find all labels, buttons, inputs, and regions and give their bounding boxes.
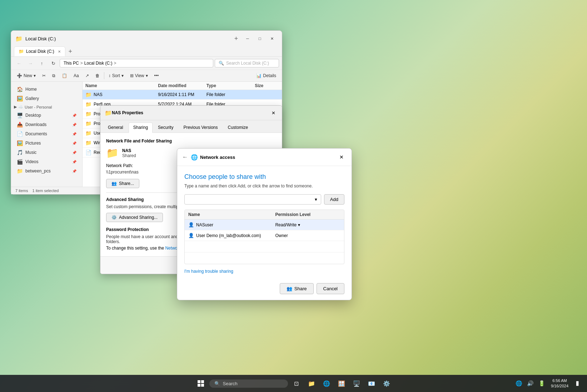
na-add-button[interactable]: Add: [324, 194, 344, 205]
settings-taskbar-icon[interactable]: ⚙️: [380, 377, 393, 390]
chevron-icon: ▶: [14, 105, 17, 109]
address-local-disk[interactable]: Local Disk (C:): [84, 61, 113, 66]
tab-close-icon[interactable]: ✕: [58, 50, 61, 54]
details-button[interactable]: 📊 Details: [253, 71, 279, 80]
na-perm-nasuser: Read/Write ▾: [275, 222, 340, 227]
tab-general[interactable]: General: [103, 122, 128, 132]
nas-props-titlebar: 📁 NAS Properties ✕: [100, 106, 282, 120]
pin-icon-vid: 📌: [72, 160, 76, 164]
address-bar[interactable]: This PC > Local Disk (C:) >: [60, 59, 213, 67]
filemanager-taskbar-icon[interactable]: 📁: [305, 377, 318, 390]
nas-folder-name: NAS: [122, 148, 136, 153]
col-header-type: Type: [207, 83, 255, 88]
tab-bar: 📁 Local Disk (C:) ✕ +: [11, 46, 282, 57]
sidebar-item-music[interactable]: 🎵 Music 📌: [13, 148, 81, 157]
sidebar-item-videos[interactable]: 🎬 Videos 📌: [13, 157, 81, 166]
tab-sharing[interactable]: Sharing: [129, 122, 153, 133]
share-button[interactable]: ↗: [83, 71, 92, 80]
start-button[interactable]: [194, 377, 207, 390]
folder-icon-perflogs: 📁: [85, 101, 91, 107]
browser-taskbar-icon[interactable]: 🌐: [320, 377, 333, 390]
back-button[interactable]: ←: [14, 58, 24, 68]
sidebar-group-personal[interactable]: ▶ ☁️ User - Personal: [11, 103, 82, 111]
add-tab-button[interactable]: +: [65, 46, 75, 56]
folder-icon-windows: 📁: [85, 140, 91, 146]
battery-icon[interactable]: 🔋: [537, 378, 547, 388]
paste-button[interactable]: 📋: [59, 71, 70, 80]
na-close-button[interactable]: ✕: [337, 152, 347, 162]
videos-icon: 🎬: [17, 159, 23, 165]
sidebar-item-gallery[interactable]: 🖼️ Gallery: [13, 94, 81, 103]
sidebar-item-documents[interactable]: 📄 Documents 📌: [13, 129, 81, 139]
perm-chevron-icon: ▾: [298, 222, 300, 227]
tab-customize[interactable]: Customize: [223, 122, 253, 132]
explorer-tab[interactable]: 📁 Local Disk (C:) ✕: [14, 46, 65, 56]
explorer-icon: 📁: [15, 35, 23, 42]
folder-icon-pfx86: 📁: [85, 121, 91, 126]
taskbar-search-box[interactable]: 🔍 Search: [209, 380, 288, 388]
remote-taskbar-icon[interactable]: 🖥️: [350, 377, 363, 390]
na-back-button[interactable]: ←: [182, 154, 188, 160]
new-button[interactable]: ➕ New ▾: [14, 71, 39, 80]
folder-icon: 📁: [17, 168, 23, 174]
volume-icon[interactable]: 🔊: [525, 378, 535, 388]
show-desktop-button[interactable]: ▊: [573, 378, 583, 388]
more-button[interactable]: •••: [151, 71, 162, 80]
new-chevron-icon: ▾: [34, 73, 36, 78]
maximize-button[interactable]: □: [254, 34, 265, 44]
sort-chevron-icon: ▾: [121, 73, 124, 78]
taskview-button[interactable]: ⊡: [290, 377, 303, 390]
new-tab-button[interactable]: +: [231, 34, 241, 44]
sidebar-item-home[interactable]: 🏠 Home: [13, 85, 81, 94]
na-share-button[interactable]: 👥 Share: [280, 283, 314, 294]
sort-icon: ↕: [109, 73, 111, 78]
mail-taskbar-icon[interactable]: 📧: [365, 377, 378, 390]
na-row-nasuser[interactable]: 👤 NASuser Read/Write ▾: [185, 220, 344, 230]
file-row-nas[interactable]: 📁 NAS 9/16/2024 1:11 PM File folder: [83, 90, 282, 100]
delete-button[interactable]: 🗑: [93, 71, 103, 80]
na-col-header-perm: Permission Level: [275, 212, 340, 217]
share-icon-btn: 👥: [287, 286, 292, 291]
sidebar-label-between-pcs: between_pcs: [25, 169, 51, 174]
sidebar-item-pictures[interactable]: 🖼️ Pictures 📌: [13, 139, 81, 148]
na-row-empty-2: [185, 252, 344, 264]
na-cancel-button[interactable]: Cancel: [317, 283, 344, 294]
na-name-dropdown[interactable]: ▾: [184, 194, 321, 205]
cut-icon: ✂: [42, 73, 46, 78]
search-box[interactable]: 🔍 Search Local Disk (C:): [215, 59, 279, 67]
na-body: Choose people to share with Type a name …: [177, 166, 352, 280]
nasuser-perm-value: Read/Write: [275, 222, 297, 227]
clock[interactable]: 6:56 AM 9/16/2024: [548, 378, 571, 389]
address-sep-1: >: [80, 61, 83, 66]
share-button[interactable]: 👥 Share...: [106, 179, 139, 188]
rename-button[interactable]: Aa: [71, 71, 82, 80]
delete-icon: 🗑: [95, 73, 100, 78]
sidebar-item-downloads[interactable]: 📥 Downloads 📌: [13, 120, 81, 129]
copy-button[interactable]: ⧉: [49, 71, 58, 80]
tab-previous-versions[interactable]: Previous Versions: [179, 122, 222, 132]
forward-button[interactable]: →: [25, 58, 35, 68]
view-button[interactable]: ⊞ View ▾: [127, 71, 151, 80]
window-controls: + ─ □ ✕: [231, 34, 278, 44]
tab-security[interactable]: Security: [153, 122, 178, 132]
cut-button[interactable]: ✂: [39, 71, 49, 80]
nasuser-perm-dropdown[interactable]: Read/Write ▾: [275, 222, 340, 227]
na-row-user-demo[interactable]: 👤 User Demo (m_lab@outlook.com) Owner: [185, 230, 344, 241]
folder-icon-users: 📁: [85, 130, 91, 136]
minimize-button[interactable]: ─: [242, 34, 253, 44]
store-taskbar-icon[interactable]: 🪟: [335, 377, 348, 390]
taskbar-right: 🌐 🔊 🔋 6:56 AM 9/16/2024 ▊: [514, 378, 583, 389]
address-this-pc[interactable]: This PC: [64, 61, 79, 66]
advanced-sharing-button[interactable]: ⚙️ Advanced Sharing...: [106, 213, 163, 222]
up-button[interactable]: ↑: [37, 58, 47, 68]
refresh-button[interactable]: ↻: [48, 58, 58, 68]
trouble-sharing-link[interactable]: I'm having trouble sharing: [184, 269, 233, 274]
sidebar-item-between-pcs[interactable]: 📁 between_pcs 📌: [13, 166, 81, 176]
sort-button[interactable]: ↕ Sort ▾: [106, 71, 126, 80]
close-button[interactable]: ✕: [266, 34, 278, 44]
sidebar-label-gallery: Gallery: [25, 96, 39, 101]
network-icon[interactable]: 🌐: [514, 378, 524, 388]
nas-props-close-button[interactable]: ✕: [269, 109, 278, 117]
sidebar-item-desktop[interactable]: 🖥️ Desktop 📌: [13, 111, 81, 120]
col-header-date: Date modified: [158, 83, 207, 88]
